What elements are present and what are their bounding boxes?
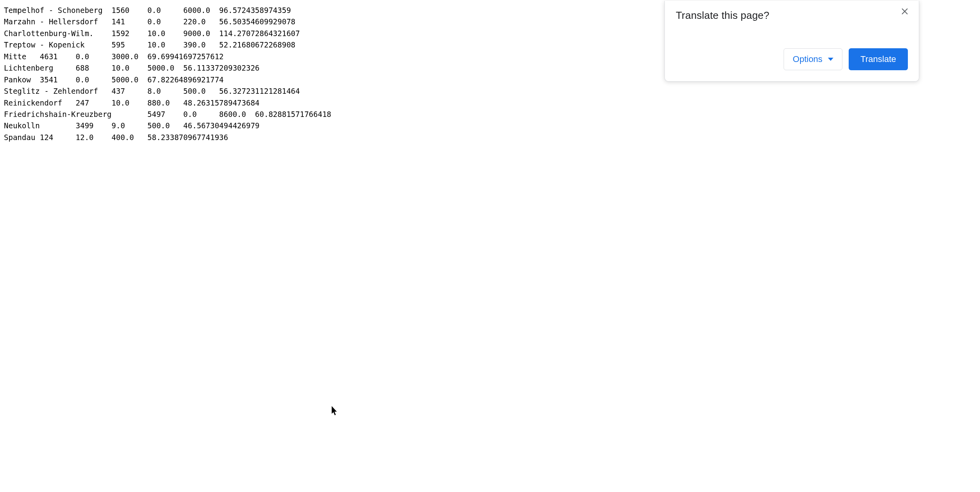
translate-popup: Translate this page? Options Translate (664, 1, 919, 82)
close-button[interactable] (899, 6, 910, 17)
translate-button[interactable]: Translate (849, 48, 908, 70)
popup-title: Translate this page? (676, 9, 769, 22)
popup-buttons: Options Translate (676, 48, 908, 70)
options-button[interactable]: Options (784, 48, 842, 70)
close-icon (900, 7, 909, 17)
chevron-down-icon (828, 58, 833, 61)
options-button-label: Options (793, 54, 822, 64)
popup-header: Translate this page? (676, 9, 908, 22)
